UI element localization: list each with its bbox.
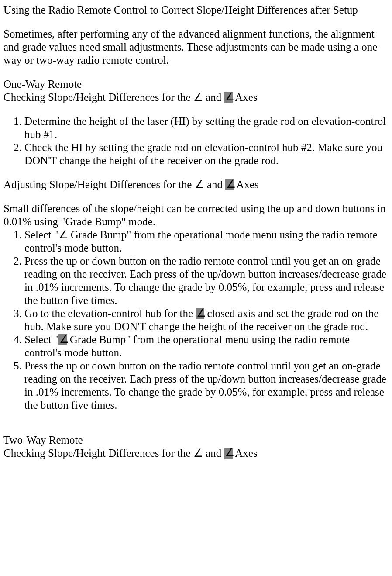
angle-open-icon: ∠ bbox=[193, 91, 203, 103]
angle-closed-icon bbox=[224, 92, 233, 103]
one-way-heading: One-Way Remote bbox=[3, 78, 388, 91]
text: Grade Bump" from the operational mode me… bbox=[24, 229, 378, 254]
adjusting-subheading: Adjusting Slope/Height Differences for t… bbox=[3, 178, 388, 191]
text: Axes bbox=[234, 179, 258, 190]
angle-open-icon: ∠ bbox=[58, 229, 68, 241]
checking-subheading: Checking Slope/Height Differences for th… bbox=[3, 91, 388, 104]
list-item: Check the HI by setting the grade rod on… bbox=[24, 141, 388, 167]
checking-steps-list: Determine the height of the laser (HI) b… bbox=[3, 115, 388, 167]
text: Axes bbox=[233, 91, 257, 103]
angle-closed-icon bbox=[224, 448, 233, 459]
text: and bbox=[204, 179, 226, 190]
list-item: Go to the elevation-control hub for the … bbox=[24, 307, 388, 333]
text: Go to the elevation-control hub for the bbox=[24, 307, 196, 319]
two-way-heading: Two-Way Remote bbox=[3, 434, 388, 447]
text: Checking Slope/Height Differences for th… bbox=[3, 91, 193, 103]
angle-closed-icon bbox=[196, 308, 204, 319]
adjusting-intro: Small differences of the slope/height ca… bbox=[3, 202, 388, 228]
intro-paragraph: Sometimes, after performing any of the a… bbox=[3, 28, 388, 67]
angle-closed-icon bbox=[225, 179, 234, 190]
list-item: Press the up or down button on the radio… bbox=[24, 255, 388, 307]
angle-open-icon: ∠ bbox=[195, 179, 204, 190]
text: and bbox=[203, 447, 224, 459]
text: Checking Slope/Height Differences for th… bbox=[3, 447, 193, 459]
text: and bbox=[203, 91, 224, 103]
angle-open-icon: ∠ bbox=[193, 447, 203, 459]
list-item: Select "∠ Grade Bump" from the operation… bbox=[24, 228, 388, 255]
text: Axes bbox=[233, 447, 257, 459]
list-item: Determine the height of the laser (HI) b… bbox=[24, 115, 388, 141]
list-item: Select " Grade Bump" from the operationa… bbox=[24, 333, 388, 359]
text: Select " bbox=[24, 229, 58, 241]
angle-closed-icon bbox=[58, 334, 67, 345]
text: Select " bbox=[24, 334, 58, 345]
text: Adjusting Slope/Height Differences for t… bbox=[3, 179, 195, 190]
two-way-checking-subheading: Checking Slope/Height Differences for th… bbox=[3, 447, 388, 460]
text: Grade Bump" from the operational menu us… bbox=[24, 334, 350, 359]
list-item: Press the up or down button on the radio… bbox=[24, 359, 388, 412]
adjusting-steps-list: Select "∠ Grade Bump" from the operation… bbox=[3, 228, 388, 412]
page-title: Using the Radio Remote Control to Correc… bbox=[3, 3, 388, 17]
